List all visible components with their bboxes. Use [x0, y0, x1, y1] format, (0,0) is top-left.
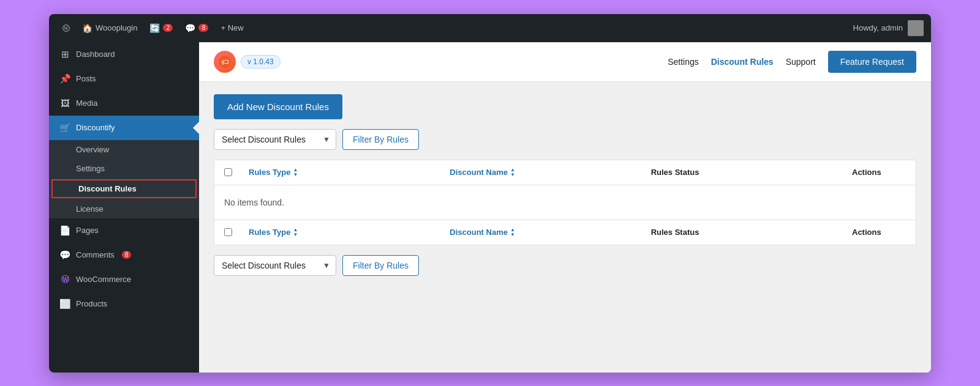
admin-bar-site-name[interactable]: 🏠 Woooplugin: [76, 14, 143, 42]
table-footer-header: Rules Type ▲▼ Discount Name ▲▼ Rules Sta…: [214, 220, 916, 245]
plugin-version: v 1.0.43: [241, 55, 281, 69]
discountify-icon: 🛒: [59, 122, 71, 134]
table-empty-row: No items found.: [214, 185, 916, 220]
wp-logo[interactable]: W: [56, 14, 76, 42]
add-new-discount-rules-button[interactable]: Add New Discount Rules: [214, 94, 342, 119]
bottom-select-discount-rules[interactable]: Select Discount Rules: [214, 255, 336, 276]
footer-col-header-rules-type[interactable]: Rules Type ▲▼: [239, 220, 440, 245]
footer-col-header-actions: Actions: [842, 220, 916, 245]
svg-text:🏷: 🏷: [221, 58, 229, 67]
sidebar-item-discountify[interactable]: 🛒 Discountify: [49, 116, 199, 140]
discount-table: Rules Type ▲▼ Discount Name ▲▼ Rules Sta…: [214, 160, 916, 245]
sidebar-item-media[interactable]: 🖼 Media: [49, 91, 199, 116]
no-items-message: No items found.: [214, 185, 916, 220]
sidebar-sub-overview[interactable]: Overview: [49, 140, 199, 159]
plugin-nav-support[interactable]: Support: [786, 57, 816, 67]
col-header-rules-type[interactable]: Rules Type ▲▼: [239, 160, 440, 185]
top-select-wrapper: Select Discount Rules ▼: [214, 129, 336, 150]
footer-select-all-checkbox[interactable]: [224, 228, 232, 236]
col-header-actions: Actions: [842, 160, 916, 185]
col-header-rules-status: Rules Status: [641, 160, 842, 185]
plugin-nav-discount-rules[interactable]: Discount Rules: [711, 57, 774, 67]
select-all-checkbox[interactable]: [224, 168, 232, 176]
footer-col-header-discount-name[interactable]: Discount Name ▲▼: [440, 220, 641, 245]
dashboard-icon: ⊞: [59, 48, 71, 61]
admin-bar-comments[interactable]: 💬 8: [179, 14, 214, 42]
woocommerce-icon: Ⓦ: [59, 273, 71, 286]
sidebar-arrow: [193, 122, 199, 134]
posts-icon: 📌: [59, 73, 71, 85]
footer-discount-name-sort-icon: ▲▼: [510, 228, 515, 237]
admin-bar-new[interactable]: + New: [214, 14, 249, 42]
plugin-logo: 🏷 v 1.0.43: [214, 51, 281, 73]
bottom-filter-row: Select Discount Rules ▼ Filter By Rules: [214, 255, 916, 276]
rules-type-sort-icon: ▲▼: [293, 168, 298, 177]
plugin-nav-settings[interactable]: Settings: [668, 57, 699, 67]
col-header-discount-name[interactable]: Discount Name ▲▼: [440, 160, 641, 185]
products-icon: ⬜: [59, 298, 71, 310]
sidebar-sub-license[interactable]: License: [49, 199, 199, 218]
sidebar-item-comments[interactable]: 💬 Comments 8: [49, 243, 199, 267]
footer-checkbox-cell: [214, 220, 239, 245]
admin-avatar: [908, 20, 924, 36]
wp-main: ⊞ Dashboard 📌 Posts 🖼 Media 🛒 Discountif…: [49, 42, 931, 373]
sidebar-item-products[interactable]: ⬜ Products: [49, 292, 199, 316]
bottom-select-wrapper: Select Discount Rules ▼: [214, 255, 336, 276]
sidebar-sub-menu: Overview Settings Discount Rules License: [49, 140, 199, 218]
main-content: Add New Discount Rules Select Discount R…: [199, 82, 931, 298]
table-header: Rules Type ▲▼ Discount Name ▲▼ Rules Sta…: [214, 160, 916, 185]
media-icon: 🖼: [59, 97, 71, 109]
browser-window: W 🏠 Woooplugin 🔄 2 💬 8 + New Howdy, admi…: [49, 14, 931, 373]
admin-bar-updates[interactable]: 🔄 2: [143, 14, 179, 42]
top-select-discount-rules[interactable]: Select Discount Rules: [214, 129, 336, 150]
plugin-header: 🏷 v 1.0.43 Settings Discount Rules Suppo…: [199, 42, 931, 82]
sidebar-item-dashboard[interactable]: ⊞ Dashboard: [49, 42, 199, 67]
feature-request-button[interactable]: Feature Request: [828, 51, 916, 73]
discount-name-sort-icon: ▲▼: [510, 168, 515, 177]
comments-icon: 💬: [59, 249, 71, 261]
pages-icon: 📄: [59, 225, 71, 237]
svg-text:W: W: [64, 26, 69, 31]
wp-content: 🏷 v 1.0.43 Settings Discount Rules Suppo…: [199, 42, 931, 373]
plugin-nav: Settings Discount Rules Support Feature …: [668, 51, 916, 73]
wp-admin-bar: W 🏠 Woooplugin 🔄 2 💬 8 + New Howdy, admi…: [49, 14, 931, 42]
sidebar-sub-settings[interactable]: Settings: [49, 159, 199, 178]
comments-badge: 8: [122, 251, 132, 259]
admin-bar-right: Howdy, admin: [853, 20, 924, 36]
bottom-filter-by-rules-button[interactable]: Filter By Rules: [342, 255, 419, 276]
plugin-logo-icon: 🏷: [214, 51, 236, 73]
top-filter-row: Select Discount Rules ▼ Filter By Rules: [214, 129, 916, 150]
sidebar-item-pages[interactable]: 📄 Pages: [49, 218, 199, 243]
sidebar-item-posts[interactable]: 📌 Posts: [49, 67, 199, 91]
sidebar-item-woocommerce[interactable]: Ⓦ WooCommerce: [49, 267, 199, 292]
sidebar-sub-discount-rules[interactable]: Discount Rules: [51, 179, 197, 198]
top-filter-by-rules-button[interactable]: Filter By Rules: [342, 129, 419, 150]
footer-rules-type-sort-icon: ▲▼: [293, 228, 298, 237]
footer-col-header-rules-status: Rules Status: [641, 220, 842, 245]
wp-sidebar: ⊞ Dashboard 📌 Posts 🖼 Media 🛒 Discountif…: [49, 42, 199, 373]
header-checkbox-cell: [214, 160, 239, 185]
